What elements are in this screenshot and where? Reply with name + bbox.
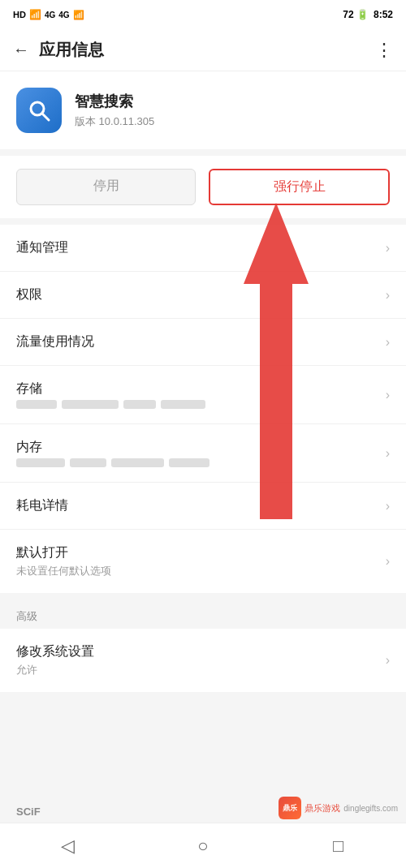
chevron-icon-traffic: › [386,335,390,350]
nav-home-button[interactable]: ○ [179,830,227,862]
menu-item-notification-content: 通知管理 [16,239,68,256]
wifi-icon: 📶 [73,10,84,20]
more-menu-button[interactable]: ⋮ [375,40,393,61]
menu-item-storage[interactable]: 存储 › [0,366,406,424]
status-bar: HD 📶 4G 4G 📶 72 🔋 8:52 [0,0,406,29]
chevron-icon-default-open: › [386,554,390,569]
menu-item-storage-content: 存储 [16,380,205,409]
menu-item-traffic[interactable]: 流量使用情况 › [0,319,406,366]
menu-item-permission-content: 权限 [16,286,42,303]
menu-item-memory[interactable]: 内存 › [0,424,406,483]
menu-item-memory-title: 内存 [16,439,209,456]
status-right: 72 🔋 8:52 [343,9,393,20]
menu-item-notification-title: 通知管理 [16,239,68,256]
menu-item-modify-system-sub: 允许 [16,663,94,677]
chevron-icon-notification: › [386,241,390,256]
menu-item-memory-sub [16,458,209,467]
menu-item-battery[interactable]: 耗电详情 › [0,483,406,530]
hd-label: HD [13,10,26,19]
signal-icon-1: 📶 [29,9,41,20]
menu-item-storage-sub [16,400,205,409]
signal-4g-1: 4G [45,11,55,19]
section-label-advanced: 高级 [0,599,406,629]
app-info-section: 智慧搜索 版本 10.0.11.305 [0,71,406,149]
menu-item-traffic-content: 流量使用情况 [16,333,94,350]
menu-item-memory-content: 内存 [16,439,209,467]
signal-4g-2: 4G [58,11,69,19]
disable-button[interactable]: 停用 [16,169,196,205]
scif-label: SCiF [16,806,41,818]
chevron-icon-permission: › [386,288,390,303]
header: ← 应用信息 ⋮ [0,29,406,71]
menu-item-storage-title: 存储 [16,380,205,397]
menu-item-default-open-content: 默认打开 未设置任何默认选项 [16,544,111,578]
watermark-url: dinglegifts.com [343,804,398,813]
button-section: 停用 强行停止 [0,156,406,218]
nav-back-button[interactable]: ◁ [43,830,92,862]
app-logo-svg [26,97,52,123]
page-title: 应用信息 [39,39,104,61]
menu-item-modify-system-title: 修改系统设置 [16,643,94,660]
force-stop-button[interactable]: 强行停止 [209,169,390,205]
app-details: 智慧搜索 版本 10.0.11.305 [75,92,154,129]
menu-item-default-open-sub: 未设置任何默认选项 [16,564,111,578]
menu-item-battery-title: 耗电详情 [16,497,68,514]
menu-item-battery-content: 耗电详情 [16,497,68,514]
advanced-section: 修改系统设置 允许 › [0,629,406,692]
menu-item-notification[interactable]: 通知管理 › [0,225,406,272]
status-left: HD 📶 4G 4G 📶 [13,9,84,20]
app-icon [16,88,62,133]
chevron-icon-memory: › [386,446,390,461]
bottom-nav: ◁ ○ □ [0,823,406,868]
menu-item-permission-title: 权限 [16,286,42,303]
menu-item-permission[interactable]: 权限 › [0,272,406,319]
back-button[interactable]: ← [13,41,29,59]
battery-level: 72 🔋 [343,9,369,20]
header-left: ← 应用信息 [13,39,104,61]
svg-line-1 [42,114,49,120]
app-version: 版本 10.0.11.305 [75,114,154,129]
chevron-icon-storage: › [386,388,390,402]
chevron-icon-modify-system: › [386,653,390,668]
menu-section: 通知管理 › 权限 › 流量使用情况 › 存储 › 内存 [0,225,406,593]
menu-item-modify-system-content: 修改系统设置 允许 [16,643,94,677]
chevron-icon-battery: › [386,499,390,513]
clock: 8:52 [374,9,393,20]
menu-item-modify-system[interactable]: 修改系统设置 允许 › [0,629,406,692]
battery-icon: 🔋 [356,9,369,20]
watermark-logo: 鼎乐 [279,797,301,819]
app-name: 智慧搜索 [75,92,154,111]
menu-item-traffic-title: 流量使用情况 [16,333,94,350]
nav-recent-button[interactable]: □ [314,830,363,862]
menu-item-default-open[interactable]: 默认打开 未设置任何默认选项 › [0,530,406,593]
menu-item-default-open-title: 默认打开 [16,544,111,561]
watermark: 鼎乐 鼎乐游戏 dinglegifts.com [279,797,398,819]
watermark-text: 鼎乐游戏 [304,802,340,814]
